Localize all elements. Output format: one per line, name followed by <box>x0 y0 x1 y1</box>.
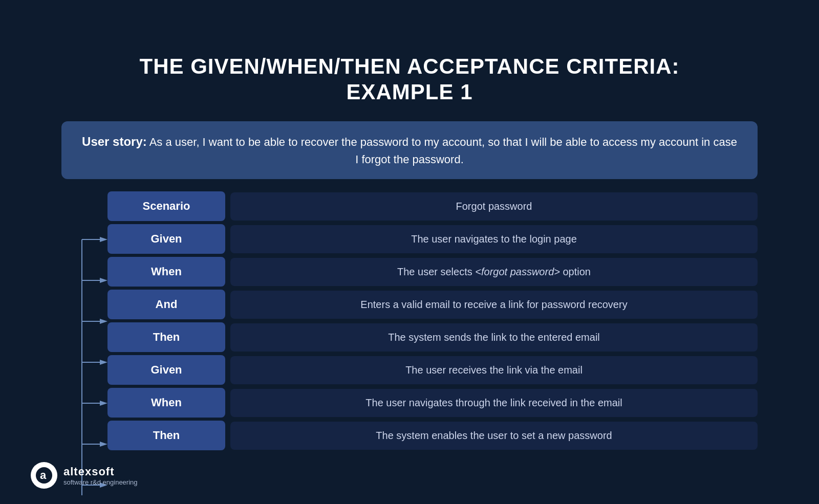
scenario-keyword: Scenario <box>107 191 225 221</box>
description-when-1: The user selects <forgot password> optio… <box>230 258 758 286</box>
svg-marker-12 <box>100 442 107 447</box>
page-title: THE GIVEN/WHEN/THEN ACCEPTANCE CRITERIA:… <box>139 54 679 105</box>
keyword-when-1: When <box>107 257 225 287</box>
svg-marker-6 <box>100 319 107 324</box>
keyword-and: And <box>107 290 225 319</box>
criteria-rows: Given The user navigates to the login pa… <box>61 224 758 450</box>
user-story-text: As a user, I want to be able to recover … <box>149 136 737 166</box>
user-story-label: User story: <box>82 135 147 148</box>
table-row: And Enters a valid email to receive a li… <box>107 290 758 319</box>
svg-marker-8 <box>100 360 107 365</box>
svg-text:a: a <box>40 469 47 481</box>
criteria-table: Scenario Forgot password <box>61 191 758 450</box>
logo-subtitle: software r&d engineering <box>63 478 138 486</box>
table-row: Given The user navigates to the login pa… <box>107 224 758 254</box>
logo-name: altexsoft <box>63 465 138 478</box>
description-then-1: The system sends the link to the entered… <box>230 323 758 352</box>
keyword-given-2: Given <box>107 355 225 385</box>
table-row: Then The system enables the user to set … <box>107 421 758 450</box>
scenario-value: Forgot password <box>230 192 758 221</box>
user-story-box: User story: As a user, I want to be able… <box>61 121 758 179</box>
table-row: When The user navigates through the link… <box>107 388 758 418</box>
keyword-then-1: Then <box>107 322 225 352</box>
description-given-2: The user receives the link via the email <box>230 356 758 384</box>
table-row: When The user selects <forgot password> … <box>107 257 758 287</box>
bracket-container <box>61 224 107 450</box>
logo-text: altexsoft software r&d engineering <box>63 465 138 486</box>
table-row: Given The user receives the link via the… <box>107 355 758 385</box>
keyword-given-1: Given <box>107 224 225 254</box>
description-when-2: The user navigates through the link rece… <box>230 389 758 417</box>
logo-area: a altexsoft software r&d engineering <box>31 462 138 489</box>
svg-marker-10 <box>100 401 107 406</box>
description-then-2: The system enables the user to set a new… <box>230 422 758 450</box>
keyword-then-2: Then <box>107 421 225 450</box>
scenario-row: Scenario Forgot password <box>61 191 758 221</box>
svg-marker-2 <box>100 237 107 242</box>
table-row: Then The system sends the link to the en… <box>107 322 758 352</box>
logo-icon: a <box>31 462 57 489</box>
keyword-when-2: When <box>107 388 225 418</box>
rows-right: Given The user navigates to the login pa… <box>107 224 758 450</box>
svg-marker-4 <box>100 278 107 283</box>
description-and: Enters a valid email to receive a link f… <box>230 291 758 319</box>
description-given-1: The user navigates to the login page <box>230 225 758 253</box>
